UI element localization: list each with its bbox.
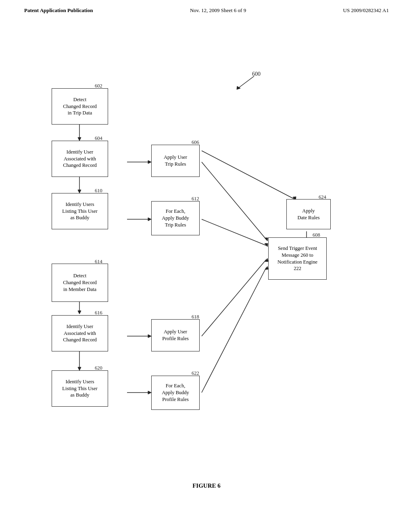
ref-612: 612 bbox=[192, 196, 199, 202]
svg-line-14 bbox=[202, 151, 294, 199]
box-604: Identify User Associated with Changed Re… bbox=[52, 141, 108, 177]
svg-marker-3 bbox=[148, 160, 151, 164]
box-602: Detect Changed Record in Trip Data bbox=[52, 88, 108, 125]
svg-line-6 bbox=[202, 162, 266, 239]
svg-line-22 bbox=[202, 260, 266, 336]
svg-marker-27 bbox=[265, 266, 268, 270]
box-624: Apply Date Rules bbox=[286, 199, 331, 229]
box-606: Apply User Trip Rules bbox=[151, 145, 200, 177]
ref-606: 606 bbox=[192, 139, 199, 145]
box-618: Apply User Profile Rules bbox=[151, 319, 200, 351]
box-622-label: For Each, Apply Buddy Profile Rules bbox=[162, 382, 189, 403]
ref-618: 618 bbox=[192, 314, 199, 320]
box-610-label: Identify Users Listing This User as Budd… bbox=[62, 201, 97, 222]
svg-line-28 bbox=[238, 76, 254, 88]
svg-line-10 bbox=[202, 219, 266, 245]
svg-marker-17 bbox=[78, 311, 81, 314]
svg-marker-25 bbox=[148, 391, 151, 394]
header-publication: Patent Application Publication bbox=[24, 7, 93, 14]
header-patent-number: US 2009/0282342 A1 bbox=[343, 7, 389, 14]
svg-marker-7 bbox=[265, 238, 268, 241]
box-614: Detect Changed Record in Member Data bbox=[52, 264, 108, 302]
box-624-label: Apply Date Rules bbox=[297, 208, 319, 221]
diagram-area: Detect Changed Record in Trip Data 602 I… bbox=[0, 18, 413, 501]
ref-616: 616 bbox=[95, 310, 102, 316]
svg-marker-5 bbox=[78, 190, 81, 193]
svg-marker-29 bbox=[237, 86, 240, 89]
svg-marker-23 bbox=[265, 258, 268, 262]
ref-614: 614 bbox=[95, 259, 102, 265]
ref-622: 622 bbox=[192, 370, 199, 376]
svg-marker-19 bbox=[148, 335, 151, 338]
box-616: Identify User Associated with Changed Re… bbox=[52, 315, 108, 351]
ref-600: 600 bbox=[252, 71, 261, 77]
box-608-label: Send Trigger Event Message 260 to Notifi… bbox=[277, 245, 317, 272]
box-618-label: Apply User Profile Rules bbox=[162, 328, 189, 342]
ref-602: 602 bbox=[95, 83, 102, 89]
ref-624: 624 bbox=[319, 194, 326, 200]
box-614-label: Detect Changed Record in Member Data bbox=[63, 272, 97, 293]
ref-610: 610 bbox=[95, 188, 102, 194]
box-620-label: Identify Users Listing This User as Budd… bbox=[62, 378, 97, 399]
ref-620: 620 bbox=[95, 365, 102, 371]
box-622: For Each, Apply Buddy Profile Rules bbox=[151, 376, 200, 410]
svg-marker-1 bbox=[78, 137, 81, 141]
box-602-label: Detect Changed Record in Trip Data bbox=[63, 96, 97, 117]
box-610: Identify Users Listing This User as Budd… bbox=[52, 193, 108, 229]
svg-marker-9 bbox=[148, 218, 151, 221]
svg-line-26 bbox=[202, 268, 266, 393]
box-612-label: For Each, Apply Buddy Trip Rules bbox=[162, 208, 189, 229]
box-620: Identify Users Listing This User as Budd… bbox=[52, 370, 108, 407]
box-604-label: Identify User Associated with Changed Re… bbox=[63, 149, 97, 169]
box-616-label: Identify User Associated with Changed Re… bbox=[63, 323, 97, 344]
box-612: For Each, Apply Buddy Trip Rules bbox=[151, 201, 200, 235]
box-608: Send Trigger Event Message 260 to Notifi… bbox=[268, 237, 327, 280]
header-date-sheet: Nov. 12, 2009 Sheet 6 of 9 bbox=[190, 7, 246, 14]
page-header: Patent Application Publication Nov. 12, … bbox=[0, 0, 413, 18]
ref-608: 608 bbox=[313, 232, 320, 238]
box-606-label: Apply User Trip Rules bbox=[164, 154, 187, 168]
svg-marker-11 bbox=[265, 243, 268, 247]
figure-label: FIGURE 6 bbox=[0, 482, 413, 489]
svg-marker-21 bbox=[78, 367, 81, 370]
ref-604: 604 bbox=[95, 135, 102, 141]
